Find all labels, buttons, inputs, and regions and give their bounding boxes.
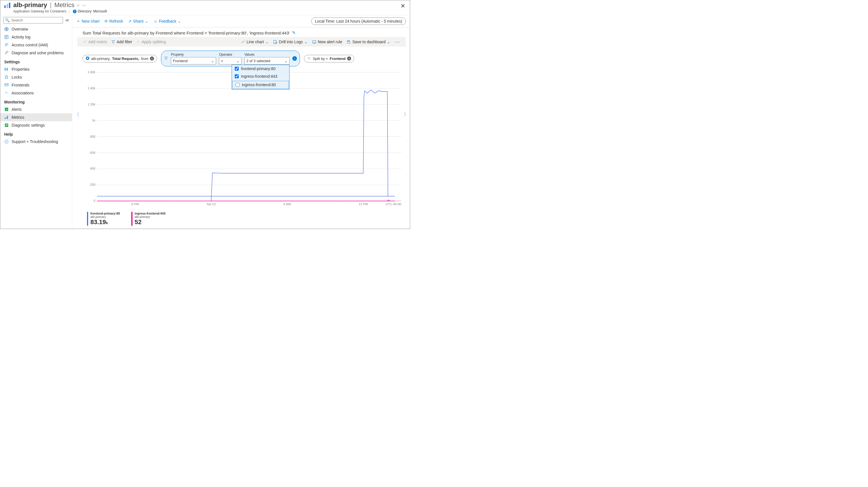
chevron-down-icon: ⌄	[178, 19, 181, 24]
button-label: Add filter	[117, 39, 132, 44]
plus-icon: ＋	[76, 19, 80, 24]
select-value: 2 of 3 selected	[246, 59, 270, 63]
svg-text:6 PM: 6 PM	[131, 202, 139, 206]
chevron-down-icon: ⌄	[145, 19, 148, 24]
values-option[interactable]: frontend-primary:80	[232, 65, 289, 73]
edit-title-icon[interactable]: ✎	[292, 30, 296, 35]
button-label: Feedback	[159, 19, 176, 24]
close-icon[interactable]: ✕	[399, 1, 406, 10]
sidebar-search[interactable]: 🔍	[3, 17, 63, 24]
svg-text:12 PM: 12 PM	[359, 202, 368, 206]
remove-pill-icon[interactable]: ✕	[150, 57, 154, 60]
expand-right-icon[interactable]: 〉	[404, 111, 409, 118]
add-metric-button[interactable]: Add metric	[83, 39, 107, 44]
sidebar-item-label: Locks	[11, 75, 22, 79]
feedback-button[interactable]: ☺ Feedback ⌄	[153, 19, 181, 24]
chart-more-icon[interactable]: ⋯	[395, 39, 400, 45]
new-alert-rule-button[interactable]: New alert rule	[312, 39, 342, 44]
resource-badge-icon	[86, 56, 90, 61]
add-filter-button[interactable]: Add filter	[111, 39, 132, 44]
filter-editor: Property Frontend⌄ Operator =⌄ Values	[161, 51, 300, 66]
sidebar-item-locks[interactable]: Locks	[0, 73, 72, 81]
refresh-button[interactable]: ⟳ Refresh	[104, 19, 123, 24]
sidebar-item-label: Support + Troubleshooting	[11, 139, 58, 144]
alert-rule-icon	[312, 40, 316, 44]
legend-item[interactable]: frontend-primary:80 alb-primary 83.19k	[87, 212, 120, 226]
sidebar-item-associations[interactable]: Associations	[0, 89, 72, 97]
chart-area: 02004006008001k1.20k1.40k1.60k6 PMSat 22…	[72, 69, 410, 210]
remove-pill-icon[interactable]: ✕	[347, 57, 351, 60]
checkbox[interactable]	[235, 74, 239, 78]
metric-pill[interactable]: alb-primary, Total Requests, Sum ✕	[83, 55, 157, 62]
sidebar-item-iam[interactable]: Access control (IAM)	[0, 41, 72, 49]
share-button[interactable]: ↗ Share ⌄	[128, 19, 148, 24]
svg-text:800: 800	[90, 135, 95, 138]
new-chart-button[interactable]: ＋ New chart	[76, 19, 99, 24]
button-label: Apply splitting	[142, 39, 166, 44]
sidebar-item-metrics[interactable]: Metrics	[0, 113, 72, 121]
more-actions-icon[interactable]: ⋯	[82, 3, 86, 7]
expand-left-icon[interactable]: 〈	[74, 111, 80, 118]
sidebar-item-frontends[interactable]: Frontends	[0, 81, 72, 89]
legend-item[interactable]: ingress-frontend:443 alb-primary 52	[131, 212, 165, 226]
refresh-icon: ⟳	[104, 19, 108, 24]
funnel-icon	[164, 56, 168, 61]
svg-rect-15	[5, 84, 8, 86]
values-option[interactable]: ingress-frontend:443	[232, 73, 289, 80]
legend-title: frontend-primary:80	[90, 212, 120, 215]
sidebar-item-diagnostic-settings[interactable]: Diagnostic settings	[0, 121, 72, 129]
values-option[interactable]: ingress-frontend:80	[232, 81, 289, 89]
svg-rect-1	[7, 4, 8, 8]
checkbox[interactable]	[235, 67, 239, 71]
share-icon: ↗	[128, 19, 132, 24]
save-to-dashboard-button[interactable]: Save to dashboard ⌄	[347, 39, 390, 44]
option-label: frontend-primary:80	[241, 66, 275, 71]
chevron-down-icon: ⌄	[265, 39, 269, 44]
svg-text:1k: 1k	[92, 119, 95, 122]
apply-splitting-button[interactable]: Apply splitting	[136, 39, 166, 44]
split-icon	[307, 56, 311, 61]
button-label: Drill into Logs	[279, 39, 303, 44]
frontends-icon	[4, 83, 9, 87]
button-label: New chart	[82, 19, 99, 24]
chevron-down-icon: ⌄	[284, 59, 287, 63]
legend-subtitle: alb-primary	[90, 215, 120, 219]
sidebar-item-activity-log[interactable]: Activity log	[0, 33, 72, 41]
search-input[interactable]	[11, 18, 61, 22]
sidebar-item-overview[interactable]: Overview	[0, 25, 72, 33]
drill-logs-button[interactable]: Drill into Logs ⌄	[273, 39, 308, 44]
diagnostic-settings-icon	[4, 123, 9, 127]
svg-rect-20	[7, 116, 8, 119]
sidebar-item-diagnose[interactable]: Diagnose and solve problems	[0, 49, 72, 57]
chart-type-button[interactable]: Line chart ⌄	[241, 39, 269, 44]
legend-subtitle: alb-primary	[135, 215, 165, 219]
sidebar-item-support[interactable]: ? Support + Troubleshooting	[0, 138, 72, 146]
sidebar: 🔍 ≪ Overview Activity log Access control…	[0, 15, 72, 229]
sidebar-section-monitoring: Monitoring	[0, 97, 72, 106]
sidebar-item-alerts[interactable]: Alerts	[0, 106, 72, 113]
operator-select[interactable]: =⌄	[219, 57, 242, 64]
confirm-filter-icon[interactable]: ✓	[292, 56, 297, 61]
legend-swatch	[87, 212, 88, 226]
collapse-sidebar-icon[interactable]: ≪	[65, 18, 69, 22]
legend-value: 52	[135, 219, 142, 226]
chevron-down-icon: ⌄	[211, 59, 214, 63]
sidebar-item-properties[interactable]: Properties	[0, 65, 72, 73]
pill-value: Frontend	[330, 57, 345, 61]
chevron-down-icon: ⌄	[304, 39, 308, 44]
svg-text:UTC-05:00: UTC-05:00	[385, 202, 401, 206]
checkbox[interactable]	[236, 83, 240, 87]
chart-title: Sum Total Requests for alb-primary by Fr…	[83, 31, 290, 35]
directory-label[interactable]: Directory: Microsoft	[78, 9, 107, 13]
alerts-icon	[4, 107, 9, 112]
operator-label: Operator	[219, 53, 242, 57]
search-icon: 🔍	[5, 18, 10, 22]
favorite-star-icon[interactable]: ☆	[76, 3, 80, 7]
properties-icon	[4, 67, 9, 71]
split-by-pill[interactable]: Split by = Frontend ✕	[304, 55, 354, 62]
values-select[interactable]: 2 of 3 selected⌄	[244, 57, 289, 64]
property-select[interactable]: Frontend⌄	[171, 57, 216, 64]
time-range-button[interactable]: Local Time: Last 24 hours (Automatic - 5…	[311, 18, 406, 25]
svg-rect-14	[5, 77, 8, 79]
resource-type-label: Application Gateway for Containers	[13, 9, 66, 13]
